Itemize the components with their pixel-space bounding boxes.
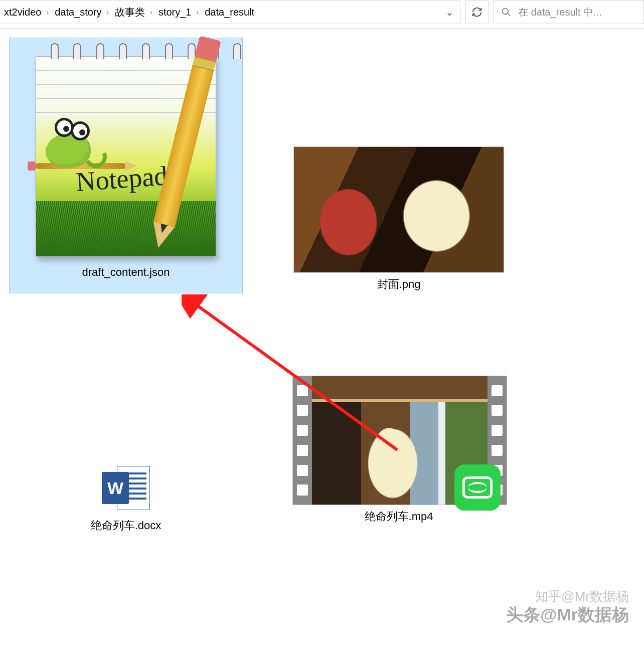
file-label: 绝命列车.mp4 — [292, 509, 505, 524]
file-label: 封面.png — [292, 277, 505, 292]
breadcrumb-item-0[interactable]: xt2video › — [1, 1, 52, 24]
file-item-docx[interactable]: W 绝命列车.docx — [63, 462, 189, 558]
notepadpp-icon: Notepad++ — [16, 41, 236, 262]
refresh-button[interactable] — [465, 0, 489, 24]
chevron-down-icon: ⌄ — [445, 6, 454, 18]
search-icon — [501, 7, 511, 17]
chevron-right-icon: › — [197, 8, 199, 16]
file-label: 绝命列车.docx — [67, 518, 185, 533]
breadcrumb-label: data_story — [55, 7, 101, 18]
breadcrumb-item-1[interactable]: data_story › — [52, 1, 112, 24]
breadcrumb-item-4[interactable]: data_result — [202, 1, 257, 24]
refresh-icon — [471, 7, 482, 18]
breadcrumb-label: xt2video — [4, 7, 42, 18]
chevron-right-icon: › — [150, 8, 152, 16]
file-item-draft-content-json[interactable]: Notepad++ draft_content.json — [9, 38, 243, 293]
breadcrumb-label: data_result — [205, 7, 254, 18]
breadcrumb-item-2[interactable]: 故事类 › — [112, 1, 155, 24]
svg-line-1 — [508, 14, 510, 16]
search-input[interactable]: 在 data_result 中... — [494, 0, 644, 24]
file-grid[interactable]: Notepad++ draft_content.json 封面.png W 绝命… — [0, 29, 644, 646]
video-thumbnail — [292, 376, 507, 505]
search-placeholder: 在 data_result 中... — [518, 6, 602, 19]
file-label: draft_content.json — [13, 266, 239, 279]
film-strip-icon — [293, 376, 312, 505]
image-thumbnail — [293, 146, 504, 273]
file-item-mp4[interactable]: 绝命列车.mp4 — [289, 372, 509, 538]
breadcrumb-dropdown[interactable]: ⌄ — [441, 1, 458, 24]
svg-point-0 — [503, 9, 509, 15]
chevron-right-icon: › — [47, 8, 49, 16]
word-document-icon: W — [102, 466, 150, 514]
file-item-cover-png[interactable]: 封面.png — [289, 143, 509, 303]
video-player-badge-icon — [454, 464, 501, 511]
breadcrumb-label: 故事类 — [115, 6, 145, 19]
watermark-text: 知乎@Mr数据杨 — [535, 588, 629, 605]
breadcrumb-item-3[interactable]: story_1 › — [155, 1, 202, 24]
breadcrumb[interactable]: xt2video › data_story › 故事类 › story_1 › … — [0, 0, 460, 24]
watermark-text: 头条@Mr数据杨 — [506, 603, 629, 626]
chevron-right-icon: › — [107, 8, 109, 16]
breadcrumb-label: story_1 — [158, 7, 192, 18]
